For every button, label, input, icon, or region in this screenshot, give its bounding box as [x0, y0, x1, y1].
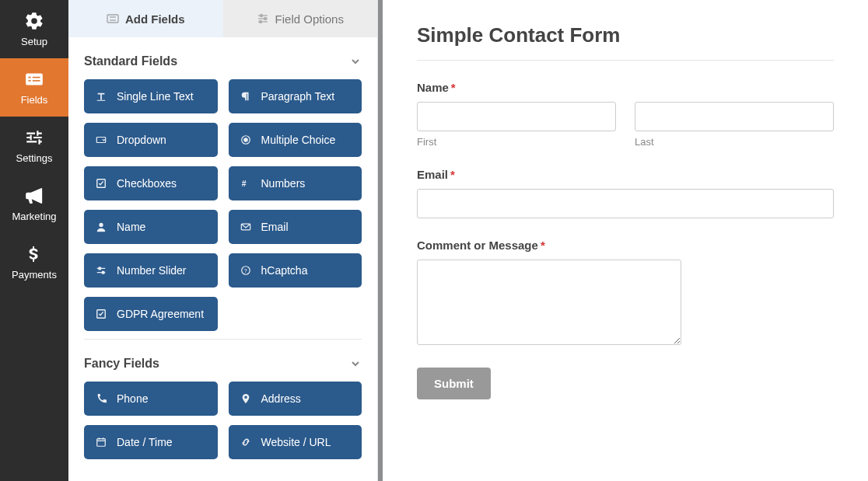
svg-rect-5: [107, 15, 118, 23]
field-type-gdpr-agreement[interactable]: GDPR Agreement: [84, 297, 218, 331]
field-type-name[interactable]: Name: [84, 210, 218, 244]
field-type-label: Checkboxes: [117, 177, 177, 190]
field-type-label: Numbers: [261, 177, 306, 190]
nav-label: Marketing: [12, 211, 56, 222]
field-type-label: Email: [261, 221, 289, 233]
dropdown-icon: [95, 134, 107, 146]
field-email: Email*: [417, 168, 834, 218]
message-textarea[interactable]: [417, 260, 681, 345]
dollar-icon: [24, 244, 44, 264]
field-type-date-time[interactable]: Date / Time: [84, 425, 218, 459]
link-icon: [240, 436, 252, 448]
field-type-label: Paragraph Text: [261, 90, 335, 103]
calendar-icon: [95, 436, 107, 448]
field-type-hcaptcha[interactable]: ?hCaptcha: [229, 253, 362, 288]
nav-label: Payments: [12, 269, 57, 281]
form-preview: Simple Contact Form Name* First Last Ema…: [378, 0, 868, 481]
bullhorn-icon: [24, 186, 44, 206]
field-type-website-url[interactable]: Website / URL: [229, 425, 362, 459]
field-type-address[interactable]: Address: [229, 382, 362, 416]
section-title: Fancy Fields: [84, 357, 159, 371]
checkbox-icon: [95, 177, 107, 190]
tab-label: Add Fields: [125, 12, 185, 26]
tab-add-fields[interactable]: Add Fields: [68, 0, 223, 37]
field-type-dropdown[interactable]: Dropdown: [84, 123, 218, 157]
section-standard-fields[interactable]: Standard Fields: [84, 37, 362, 79]
nav-settings[interactable]: Settings: [0, 117, 68, 175]
field-type-label: GDPR Agreement: [117, 308, 204, 320]
chevron-down-icon: [349, 357, 362, 370]
svg-text:#: #: [241, 179, 246, 188]
field-type-single-line-text[interactable]: Single Line Text: [84, 79, 218, 113]
field-type-numbers[interactable]: #Numbers: [229, 166, 362, 200]
checkbox-icon: [95, 308, 107, 320]
phone-icon: [95, 392, 107, 405]
user-icon: [95, 221, 107, 233]
svg-rect-29: [97, 439, 106, 447]
panel-tabs: Add Fields Field Options: [68, 0, 377, 37]
field-type-phone[interactable]: Phone: [84, 382, 218, 416]
section-fancy-fields[interactable]: Fancy Fields: [84, 340, 362, 382]
email-input[interactable]: [417, 189, 834, 218]
field-type-label: Number Slider: [117, 264, 186, 277]
submit-button[interactable]: Submit: [417, 368, 491, 399]
field-type-label: Multiple Choice: [261, 134, 336, 146]
name-label: Name*: [417, 81, 834, 94]
svg-rect-1: [28, 77, 30, 78]
sliders-icon: [257, 12, 269, 25]
list-icon: [24, 69, 44, 89]
radio-icon: [240, 134, 252, 146]
nav-label: Settings: [16, 152, 53, 164]
section-title: Standard Fields: [84, 54, 177, 68]
message-label: Comment or Message*: [417, 239, 834, 252]
field-type-email[interactable]: Email: [229, 210, 362, 244]
svg-point-9: [260, 15, 262, 17]
field-type-label: hCaptcha: [261, 264, 308, 277]
svg-rect-2: [33, 77, 40, 78]
field-message: Comment or Message*: [417, 239, 834, 347]
field-type-label: Website / URL: [261, 436, 331, 448]
first-sublabel: First: [417, 136, 616, 148]
field-type-label: Single Line Text: [117, 90, 194, 103]
tab-label: Field Options: [275, 12, 344, 26]
nav-label: Setup: [21, 36, 47, 47]
chevron-down-icon: [349, 55, 362, 68]
svg-text:?: ?: [243, 268, 247, 274]
last-name-input[interactable]: [635, 102, 834, 131]
field-type-paragraph-text[interactable]: Paragraph Text: [229, 79, 362, 113]
svg-point-25: [102, 271, 104, 274]
required-mark: *: [450, 168, 455, 181]
envelope-icon: [240, 221, 252, 233]
nav-setup[interactable]: Setup: [0, 0, 68, 58]
email-label: Email*: [417, 168, 834, 181]
field-type-checkboxes[interactable]: Checkboxes: [84, 166, 218, 200]
nav-payments[interactable]: Payments: [0, 233, 68, 291]
required-mark: *: [451, 81, 456, 94]
standard-fields-grid: Single Line TextParagraph TextDropdownMu…: [84, 79, 362, 331]
field-type-multiple-choice[interactable]: Multiple Choice: [229, 123, 362, 157]
tab-field-options[interactable]: Field Options: [223, 0, 378, 37]
field-type-number-slider[interactable]: Number Slider: [84, 253, 218, 288]
svg-point-23: [99, 267, 101, 270]
required-mark: *: [541, 239, 545, 252]
first-name-input[interactable]: [417, 102, 616, 131]
svg-point-11: [264, 18, 266, 20]
svg-point-17: [243, 138, 247, 141]
svg-rect-4: [33, 80, 40, 82]
field-type-label: Address: [261, 392, 301, 405]
text-icon: [95, 90, 107, 103]
form-icon: [107, 12, 119, 25]
field-type-label: Name: [117, 221, 145, 233]
nav-fields[interactable]: Fields: [0, 58, 68, 117]
svg-rect-0: [26, 73, 43, 85]
question-icon: ?: [240, 264, 252, 277]
main-nav-sidebar: Setup Fields Settings Marketing Payments: [0, 0, 68, 481]
slider-icon: [95, 264, 107, 277]
field-type-label: Dropdown: [117, 134, 166, 146]
hash-icon: #: [240, 177, 252, 190]
svg-rect-3: [28, 80, 30, 82]
map-pin-icon: [240, 392, 252, 405]
field-type-label: Date / Time: [117, 436, 173, 448]
field-type-label: Phone: [117, 392, 148, 405]
nav-marketing[interactable]: Marketing: [0, 175, 68, 233]
